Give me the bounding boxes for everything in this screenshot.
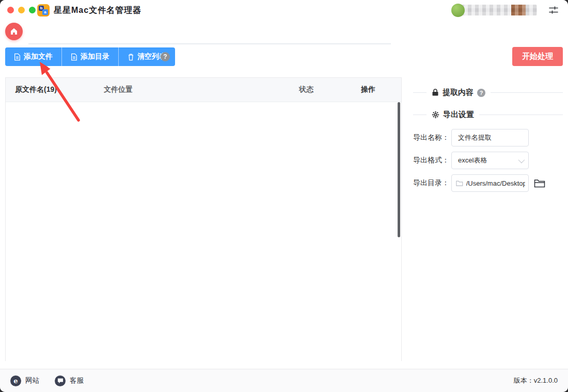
start-processing-button[interactable]: 开始处理 [512, 47, 563, 66]
export-section-title: 导出设置 [443, 110, 474, 120]
version-label: 版本：v2.1.0.0 [514, 376, 558, 385]
lock-icon [432, 89, 439, 96]
traffic-lights [7, 7, 36, 13]
column-header-action: 操作 [361, 85, 401, 94]
browse-folder-button[interactable] [533, 176, 546, 190]
export-name-field: 导出名称： [413, 129, 563, 146]
app-title: 星星Mac文件名管理器 [54, 0, 141, 20]
website-icon: e [10, 375, 21, 386]
tab-bar [0, 20, 568, 44]
file-icon [71, 53, 77, 61]
app-logo-icon: b a [37, 4, 50, 17]
column-header-location: 文件位置 [104, 85, 299, 94]
titlebar: b a 星星Mac文件名管理器 [0, 0, 568, 20]
tabbar-divider [28, 43, 391, 44]
trash-icon [128, 53, 134, 61]
chat-icon [55, 375, 66, 386]
minimize-window-button[interactable] [18, 7, 25, 13]
support-link[interactable]: 客服 [55, 375, 84, 386]
file-table: 原文件名(19) 文件位置 状态 操作 [5, 77, 402, 361]
user-area [451, 4, 560, 17]
file-icon [14, 53, 21, 61]
export-section-header: 导出设置 [413, 110, 563, 120]
redacted-user-info [451, 4, 537, 17]
chevron-down-icon [518, 156, 525, 163]
export-format-select[interactable]: excel表格 [451, 152, 529, 169]
home-icon [9, 27, 19, 36]
export-name-label: 导出名称： [413, 133, 451, 142]
settings-sliders-icon[interactable] [547, 4, 560, 17]
home-button[interactable] [5, 23, 23, 40]
zoom-window-button[interactable] [29, 7, 36, 13]
footer: e 网站 客服 版本：v2.1.0.0 [0, 369, 568, 392]
app-window: b a 星星Mac文件名管理器 [0, 0, 568, 392]
extract-help-icon[interactable] [477, 89, 485, 97]
export-fields: 导出名称： 导出格式： excel表格 导出目录： /Users/mac/Des… [413, 129, 563, 192]
folder-open-icon [534, 178, 545, 188]
extract-section-header: 提取内容 [413, 88, 563, 97]
redacted-text [461, 5, 537, 15]
column-header-filename: 原文件名(19) [6, 85, 104, 94]
export-directory-field: 导出目录： /Users/mac/Desktop [413, 174, 563, 192]
table-scrollbar-thumb[interactable] [398, 102, 400, 237]
settings-sidebar: 提取内容 [413, 77, 563, 197]
export-format-field: 导出格式： excel表格 [413, 152, 563, 169]
close-window-button[interactable] [7, 7, 14, 13]
export-name-input[interactable] [451, 129, 529, 146]
export-format-label: 导出格式： [413, 156, 451, 165]
user-avatar[interactable] [451, 4, 465, 17]
add-file-button[interactable]: 添加文件 [5, 47, 61, 66]
add-directory-button[interactable]: 添加目录 [61, 47, 118, 66]
toolbar-button-group: 添加文件 添加目录 清空列表 [5, 47, 175, 66]
export-directory-label: 导出目录： [413, 178, 451, 188]
toolbar-help-icon[interactable] [161, 52, 170, 61]
gear-icon [432, 111, 439, 119]
table-header: 原文件名(19) 文件位置 状态 操作 [6, 78, 401, 102]
export-directory-input[interactable]: /Users/mac/Desktop [451, 174, 529, 192]
column-header-status: 状态 [299, 85, 361, 94]
folder-icon [456, 180, 463, 186]
extract-section-title: 提取内容 [443, 88, 474, 97]
website-link[interactable]: e 网站 [10, 375, 39, 386]
